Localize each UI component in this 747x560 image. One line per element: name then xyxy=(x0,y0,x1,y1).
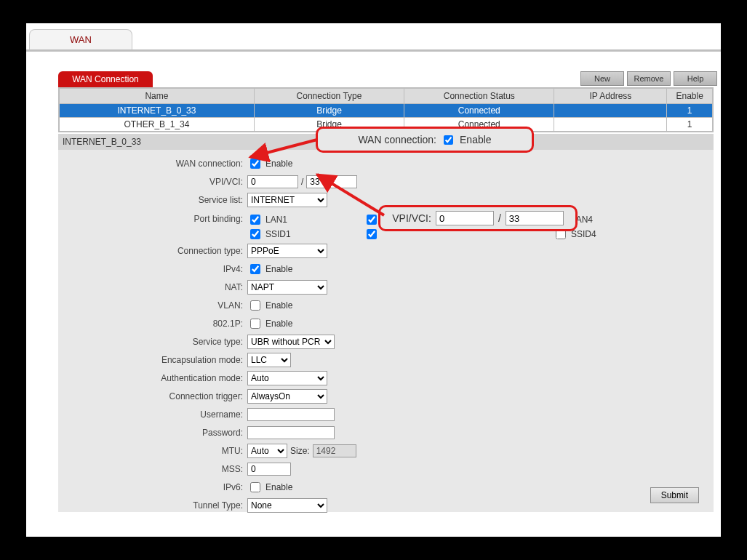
p8021-checkbox[interactable] xyxy=(250,319,260,329)
service-list-select[interactable]: INTERNET xyxy=(247,193,327,207)
lbl-trigger: Connection trigger: xyxy=(58,391,247,401)
cell-enable: 1 xyxy=(667,118,713,132)
ipv4-text: Enable xyxy=(265,264,292,274)
th-name: Name xyxy=(60,89,255,104)
port-ssid1-checkbox[interactable] xyxy=(250,229,260,239)
service-type-select[interactable]: UBR without PCR xyxy=(247,335,335,349)
callout-vpi-input xyxy=(436,211,494,225)
ipv6-checkbox[interactable] xyxy=(250,482,260,492)
connection-table: Name Connection Type Connection Status I… xyxy=(58,87,714,132)
mtu-size-input xyxy=(313,444,356,457)
lbl-password: Password: xyxy=(58,428,247,438)
divider xyxy=(26,49,721,52)
port-ssid4-label: SSID4 xyxy=(571,229,596,239)
cell-enable: 1 xyxy=(667,104,713,118)
trigger-select[interactable]: AlwaysOn xyxy=(247,389,327,404)
new-button[interactable]: New xyxy=(580,71,624,86)
lbl-wan-connection: WAN connection: xyxy=(58,159,247,169)
vlan-text: Enable xyxy=(265,300,292,311)
lbl-auth: Authentication mode: xyxy=(58,373,247,383)
section-tab-wan-connection: WAN Connection xyxy=(58,71,153,87)
cell-name: OTHER_B_1_34 xyxy=(60,118,255,132)
ipv4-checkbox[interactable] xyxy=(250,264,260,274)
lbl-vlan: VLAN: xyxy=(58,300,247,311)
lbl-ipv4: IPv4: xyxy=(58,264,247,274)
cell-name: INTERNET_B_0_33 xyxy=(60,104,255,118)
cell-type: Bridge xyxy=(254,104,404,118)
lbl-encap: Encapsulation mode: xyxy=(58,355,247,365)
wan-connection-checkbox[interactable] xyxy=(250,159,260,169)
cell-status: Connected xyxy=(404,104,554,118)
vci-input[interactable] xyxy=(306,175,357,188)
lbl-connection-type: Connection type: xyxy=(58,246,247,256)
vpi-vci-sep: / xyxy=(301,177,303,187)
th-type: Connection Type xyxy=(254,89,404,104)
nat-select[interactable]: NAPT xyxy=(247,280,327,295)
cell-ip xyxy=(554,118,667,132)
wan-connection-text: Enable xyxy=(265,159,292,169)
mtu-mode-select[interactable]: Auto xyxy=(247,444,287,458)
callout-vpivci-label: VPI/VCI: xyxy=(392,212,431,224)
mtu-size-label: Size: xyxy=(290,446,310,456)
connection-type-select[interactable]: PPPoE xyxy=(247,244,327,258)
callout-wan-connection: WAN connection: Enable xyxy=(316,127,534,153)
port-lan1-checkbox[interactable] xyxy=(250,215,260,225)
help-button[interactable]: Help xyxy=(674,71,717,86)
lbl-service-type: Service type: xyxy=(58,337,247,347)
th-ip: IP Address xyxy=(554,89,667,104)
lbl-tunnel: Tunnel Type: xyxy=(58,500,247,511)
callout-vpi-vci: VPI/VCI: / xyxy=(378,205,578,231)
username-input[interactable] xyxy=(247,408,335,421)
callout-vci-input xyxy=(506,211,564,225)
lbl-8021p: 802.1P: xyxy=(58,319,247,329)
cell-ip xyxy=(554,104,667,118)
lbl-ipv6: IPv6: xyxy=(58,482,247,492)
form-area: WAN connection: Enable VPI/VCI: / Servic… xyxy=(58,150,714,512)
table-row[interactable]: INTERNET_B_0_33 Bridge Connected 1 xyxy=(60,104,713,118)
vlan-checkbox[interactable] xyxy=(250,300,260,311)
password-input[interactable] xyxy=(247,426,335,439)
lbl-mss: MSS: xyxy=(58,464,247,474)
lbl-port-binding: Port binding: xyxy=(58,209,247,224)
port-col2-row2-checkbox[interactable] xyxy=(367,229,377,239)
callout-wan-checkbox xyxy=(444,135,453,145)
lbl-vpi-vci: VPI/VCI: xyxy=(58,177,247,187)
p8021-text: Enable xyxy=(265,319,292,329)
ipv6-text: Enable xyxy=(265,482,292,492)
lbl-service-list: Service list: xyxy=(58,195,247,205)
tab-wan[interactable]: WAN xyxy=(29,29,132,50)
callout-vpivci-sep: / xyxy=(498,212,501,224)
auth-select[interactable]: Auto xyxy=(247,371,327,385)
remove-button[interactable]: Remove xyxy=(627,71,671,86)
port-ssid1-label: SSID1 xyxy=(265,229,291,239)
lbl-username: Username: xyxy=(58,409,247,420)
port-lan1-label: LAN1 xyxy=(265,215,287,225)
th-enable: Enable xyxy=(667,89,713,104)
lbl-nat: NAT: xyxy=(58,282,247,292)
tunnel-select[interactable]: None xyxy=(247,498,327,513)
encap-select[interactable]: LLC xyxy=(247,353,291,367)
callout-wan-label: WAN connection: xyxy=(358,134,436,145)
vpi-input[interactable] xyxy=(247,175,298,188)
mss-input[interactable] xyxy=(247,463,291,476)
callout-wan-text: Enable xyxy=(460,134,492,145)
lbl-mtu: MTU: xyxy=(58,446,247,456)
port-col2-row1-checkbox[interactable] xyxy=(367,215,377,225)
th-status: Connection Status xyxy=(404,89,554,104)
submit-button[interactable]: Submit xyxy=(650,487,699,503)
